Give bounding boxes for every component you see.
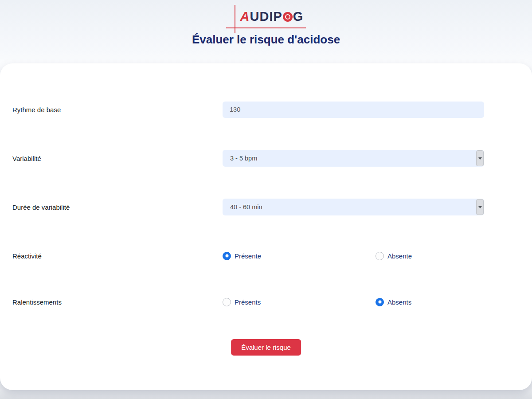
form-row-duree-variabilite: Durée de variabilité 40 - 60 min <box>12 199 484 215</box>
logo-letter-a: A <box>240 9 250 23</box>
radio-checked-icon[interactable] <box>223 252 231 260</box>
evaluate-risk-button[interactable]: Évaluer le risque <box>231 339 301 356</box>
ralentissements-absents-option[interactable]: Absents <box>376 298 411 306</box>
reactivite-presente-option[interactable]: Présente <box>223 252 376 260</box>
duree-variabilite-selected-value: 40 - 60 min <box>230 203 262 211</box>
variabilite-selected-value: 3 - 5 bpm <box>230 155 257 162</box>
variabilite-label: Variabilité <box>12 155 223 162</box>
form-row-rythme-de-base: Rythme de base <box>12 101 484 118</box>
radio-checked-icon[interactable] <box>376 298 384 306</box>
ralentissements-absents-label: Absents <box>387 298 411 306</box>
reactivite-absente-option[interactable]: Absente <box>376 252 412 260</box>
chevron-down-icon <box>476 199 484 215</box>
form-row-variabilite: Variabilité 3 - 5 bpm <box>12 150 484 167</box>
reactivite-presente-label: Présente <box>235 252 261 260</box>
ralentissements-label: Ralentissements <box>12 298 223 306</box>
duree-variabilite-label: Durée de variabilité <box>12 203 223 211</box>
radio-unchecked-icon[interactable] <box>223 298 231 306</box>
page-header: AUDIPG Évaluer le risque d'acidose <box>0 0 532 63</box>
rythme-de-base-input[interactable] <box>223 102 484 118</box>
reactivite-label: Réactivité <box>12 252 223 260</box>
duree-variabilite-select[interactable]: 40 - 60 min <box>223 199 484 215</box>
page-title: Évaluer le risque d'acidose <box>0 33 532 47</box>
form-row-ralentissements: Ralentissements Présents Absents <box>12 293 484 310</box>
variabilite-select[interactable]: 3 - 5 bpm <box>223 150 484 167</box>
radio-unchecked-icon[interactable] <box>376 252 384 260</box>
logo-letters-udip: UDIP <box>250 9 282 23</box>
logo-letter-g: G <box>293 9 304 23</box>
ralentissements-presents-label: Présents <box>235 298 261 306</box>
form-row-reactivite: Réactivité Présente Absente <box>12 247 484 264</box>
chevron-down-icon <box>476 150 484 166</box>
ralentissements-presents-option[interactable]: Présents <box>223 298 376 306</box>
form-card: Rythme de base Variabilité 3 - 5 bpm Dur… <box>0 63 532 390</box>
reactivite-absente-label: Absente <box>387 252 412 260</box>
rythme-de-base-label: Rythme de base <box>12 106 223 113</box>
logo-o-circle-icon <box>283 12 293 22</box>
audipog-logo: AUDIPG <box>226 8 306 27</box>
